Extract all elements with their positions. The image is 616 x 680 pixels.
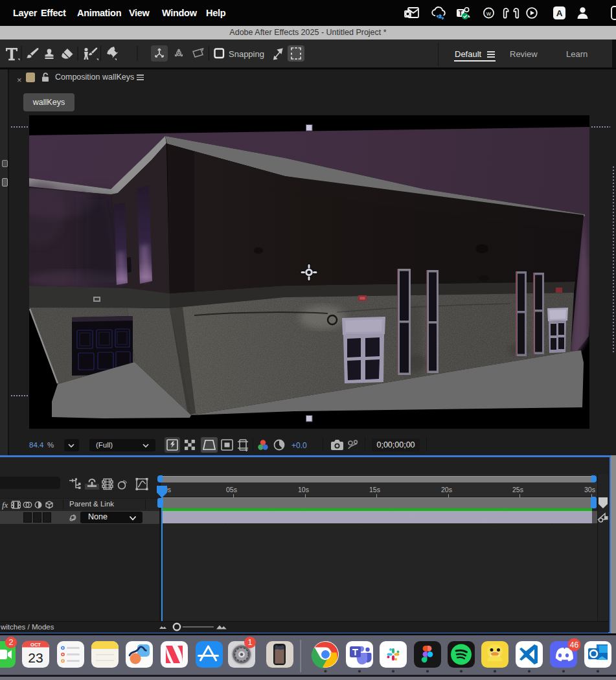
svg-text:23: 23 bbox=[28, 650, 43, 665]
svg-text:A: A bbox=[556, 8, 563, 18]
svg-text:Snapping: Snapping bbox=[229, 49, 264, 59]
svg-text:w: w bbox=[486, 10, 491, 17]
svg-text:2: 2 bbox=[9, 638, 14, 647]
svg-text:46: 46 bbox=[570, 640, 579, 650]
svg-text:1: 1 bbox=[248, 638, 253, 647]
svg-text:OCT: OCT bbox=[30, 642, 41, 648]
svg-text:fx: fx bbox=[2, 500, 8, 510]
svg-text:+0.0: +0.0 bbox=[291, 441, 307, 450]
